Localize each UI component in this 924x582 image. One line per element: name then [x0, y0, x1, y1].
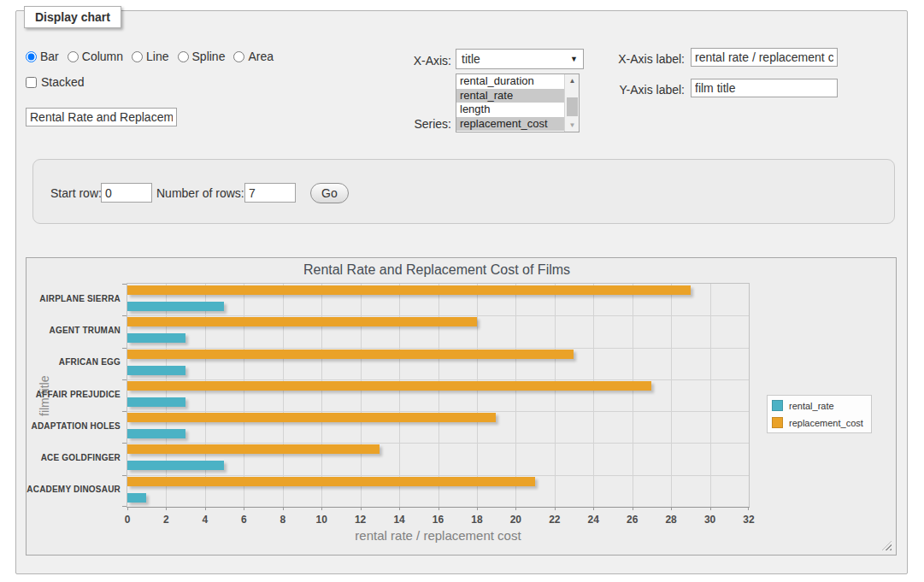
series-listbox[interactable]: rental_durationrental_ratelengthreplacem…	[456, 73, 580, 132]
x-tick-label: 14	[382, 514, 416, 526]
chart-container: Rental Rate and Replacement Cost of Film…	[26, 257, 897, 556]
legend-entry-replacement_cost: replacement_cost	[772, 417, 863, 428]
chart-type-radio-group: BarColumnLineSplineArea	[26, 50, 274, 63]
stacked-checkbox[interactable]	[26, 77, 37, 88]
x-tick-mark	[438, 507, 439, 510]
category-label: ACE GOLDFINGER	[26, 453, 121, 462]
x-tick-mark	[166, 507, 167, 510]
chart-type-radio-area[interactable]	[233, 51, 244, 62]
chart-type-area[interactable]: Area	[233, 50, 274, 63]
series-option-rental_duration[interactable]: rental_duration	[456, 74, 564, 89]
chart-title-input[interactable]	[26, 108, 177, 126]
x-tick-label: 24	[576, 514, 610, 526]
x-tick-label: 20	[498, 514, 533, 526]
gridline	[515, 284, 516, 507]
scroll-down-icon[interactable]: ▼	[565, 119, 580, 132]
bar-rental-rate	[127, 366, 185, 375]
series-option-length[interactable]: length	[456, 103, 564, 117]
gridline	[127, 348, 749, 349]
bar-rental-rate	[127, 302, 224, 311]
x-axis-select[interactable]: title ▼	[456, 49, 584, 69]
x-tick-mark	[633, 507, 633, 510]
series-option-replacement_cost[interactable]: replacement_cost	[456, 117, 564, 132]
gridline	[593, 284, 594, 507]
bar-replacement-cost	[127, 381, 651, 391]
gridline	[477, 284, 478, 507]
chart-plot-area: 02468101214161820222426283032AIRPLANE SI…	[127, 283, 750, 508]
scroll-up-icon[interactable]: ▲	[565, 74, 580, 87]
bar-replacement-cost	[127, 413, 496, 422]
x-tick-mark	[244, 507, 244, 510]
series-scrollbar[interactable]: ▲ ▼	[564, 74, 579, 132]
chart-type-radio-column[interactable]	[68, 51, 79, 62]
bar-rental-rate	[127, 397, 185, 407]
chart-type-spline[interactable]: Spline	[178, 50, 226, 63]
y-tick-mark	[122, 348, 127, 349]
category-label: AFFAIR PREJUDICE	[26, 390, 121, 399]
chart-type-radio-line[interactable]	[132, 51, 143, 62]
number-of-rows-label: Number of rows:	[156, 186, 244, 200]
x-tick-label: 32	[732, 514, 766, 526]
x-tick-label: 16	[421, 514, 456, 526]
go-button[interactable]: Go	[310, 183, 349, 203]
resize-handle-icon[interactable]	[882, 541, 892, 550]
x-tick-mark	[671, 507, 672, 510]
legend-label: rental_rate	[789, 401, 834, 411]
rows-panel: Start row: Number of rows: Go	[32, 159, 895, 224]
x-tick-mark	[710, 507, 711, 510]
y-tick-mark	[122, 284, 127, 285]
bar-replacement-cost	[127, 285, 691, 295]
x-tick-label: 18	[460, 514, 494, 526]
bar-replacement-cost	[127, 317, 477, 326]
legend-swatch-icon	[772, 400, 783, 411]
x-tick-mark	[361, 507, 362, 510]
chevron-down-icon: ▼	[570, 55, 578, 63]
series-select-label: Series:	[368, 117, 451, 131]
chart-legend: rental_ratereplacement_cost	[767, 395, 872, 433]
stacked-checkbox-row[interactable]: Stacked	[26, 75, 85, 89]
start-row-input[interactable]	[101, 183, 152, 203]
gridline	[127, 475, 749, 476]
category-label: AFRICAN EGG	[26, 357, 121, 367]
x-axis-label-field-label: X-Axis label:	[614, 52, 685, 66]
category-label: ACADEMY DINOSAUR	[26, 485, 121, 494]
gridline	[671, 284, 672, 507]
x-tick-label: 6	[227, 514, 261, 526]
chart-type-label: Column	[82, 50, 123, 63]
x-tick-label: 26	[615, 514, 650, 526]
x-axis-label-input[interactable]	[691, 48, 838, 67]
y-tick-mark	[122, 506, 127, 507]
x-tick-label: 8	[266, 514, 300, 526]
y-tick-mark	[122, 411, 127, 412]
panel-title: Display chart	[24, 6, 121, 28]
x-tick-mark	[205, 507, 206, 510]
legend-label: replacement_cost	[789, 418, 863, 428]
y-tick-mark	[122, 379, 127, 380]
x-tick-label: 2	[149, 514, 183, 526]
chart-x-axis-title: rental rate / replacement cost	[127, 528, 750, 543]
series-option-rental_rate[interactable]: rental_rate	[456, 89, 564, 103]
stacked-label: Stacked	[41, 75, 85, 89]
x-tick-mark	[477, 507, 478, 510]
chart-type-line[interactable]: Line	[132, 50, 168, 63]
x-tick-mark	[593, 507, 594, 510]
y-axis-label-input[interactable]	[691, 79, 838, 97]
bar-rental-rate	[127, 461, 224, 470]
chart-type-radio-bar[interactable]	[26, 51, 37, 62]
scrollbar-thumb[interactable]	[567, 97, 578, 116]
x-tick-mark	[748, 507, 749, 510]
gridline	[633, 284, 633, 507]
chart-type-column[interactable]: Column	[68, 50, 123, 63]
chart-type-radio-spline[interactable]	[178, 51, 189, 62]
x-tick-mark	[283, 507, 284, 510]
x-tick-label: 0	[110, 514, 144, 526]
chart-type-bar[interactable]: Bar	[26, 50, 59, 63]
x-tick-label: 4	[188, 514, 222, 526]
y-tick-mark	[122, 475, 127, 476]
bar-replacement-cost	[127, 444, 380, 454]
number-of-rows-input[interactable]	[244, 183, 296, 203]
bar-rental-rate	[127, 429, 185, 438]
x-tick-mark	[515, 507, 516, 510]
gridline	[127, 411, 749, 412]
x-axis-selected-value: title	[462, 52, 480, 66]
